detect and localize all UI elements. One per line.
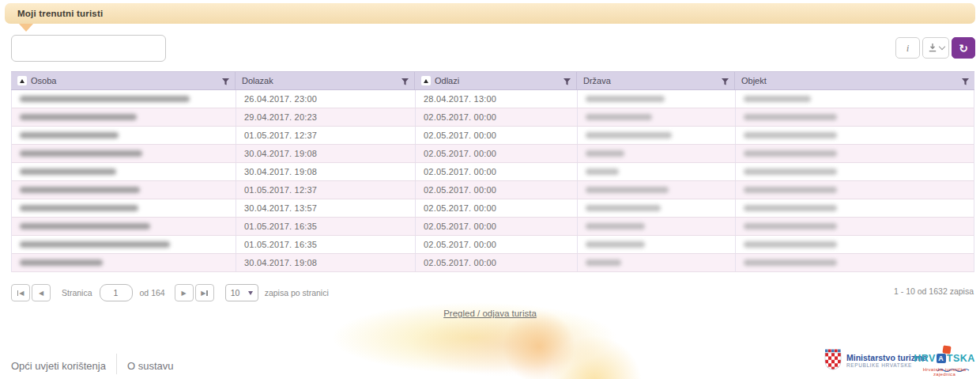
- cell-drzava[interactable]: [578, 181, 736, 199]
- cell-drzava[interactable]: [578, 127, 736, 144]
- column-label: Osoba: [31, 76, 56, 85]
- cell-osoba[interactable]: [12, 218, 236, 235]
- cell-osoba[interactable]: [12, 145, 236, 162]
- last-page-icon: ▶: [201, 290, 205, 297]
- cell-drzava[interactable]: [578, 163, 736, 180]
- column-header-odlazi[interactable]: Odlazi: [415, 72, 577, 89]
- cell-objekt[interactable]: [736, 236, 974, 253]
- first-page-button[interactable]: ◀: [11, 284, 30, 301]
- redacted-country: [586, 132, 672, 138]
- cell-osoba[interactable]: [12, 108, 236, 126]
- cell-drzava[interactable]: [578, 236, 736, 253]
- decorative-circle: [547, 335, 642, 379]
- table-row: 30.04.2017. 19:08 02.05.2017. 00:00: [12, 163, 974, 181]
- cell-objekt[interactable]: [736, 218, 974, 235]
- bar-icon: [206, 290, 208, 296]
- cell-dolazak: 30.04.2017. 19:08: [236, 145, 416, 162]
- cell-osoba[interactable]: [12, 181, 236, 199]
- page-size-value: 10: [231, 288, 240, 298]
- next-page-button[interactable]: ▶: [175, 284, 194, 301]
- column-header-osoba[interactable]: Osoba: [11, 72, 236, 89]
- redacted-person: [20, 223, 150, 229]
- redacted-person: [20, 205, 138, 211]
- cell-objekt[interactable]: [736, 181, 974, 199]
- checkout-tourists-link[interactable]: Pregled / odjava turista: [443, 309, 537, 318]
- cell-osoba[interactable]: [12, 90, 236, 108]
- cell-dolazak: 30.04.2017. 19:08: [236, 163, 416, 180]
- redacted-object: [744, 187, 837, 193]
- redacted-object: [744, 150, 837, 157]
- cell-dolazak: 01.05.2017. 16:35: [236, 236, 416, 253]
- cell-objekt[interactable]: [736, 163, 974, 180]
- download-icon: [928, 41, 937, 55]
- ministry-logo: Ministarstvo turizma REPUBLIKE HRVATSKE: [824, 349, 927, 373]
- cell-dolazak: 30.04.2017. 13:57: [236, 199, 416, 217]
- filter-icon[interactable]: [563, 78, 571, 88]
- records-info: 1 - 10 od 1632 zapisa: [894, 286, 974, 296]
- column-label: Dolazak: [242, 76, 273, 85]
- cell-osoba[interactable]: [12, 236, 236, 253]
- column-header-dolazak[interactable]: Dolazak: [236, 72, 415, 89]
- cell-odlazi: 28.04.2017. 13:00: [416, 90, 578, 108]
- filter-icon[interactable]: [961, 78, 970, 88]
- sort-asc-icon: [421, 76, 431, 85]
- cell-objekt[interactable]: [736, 90, 974, 108]
- active-tab-title[interactable]: Moji trenutni turisti: [17, 3, 103, 24]
- cell-osoba[interactable]: [12, 127, 236, 144]
- cell-odlazi: 02.05.2017. 00:00: [416, 236, 578, 253]
- decorative-circle: [503, 310, 575, 379]
- page-size-select[interactable]: 10: [225, 284, 258, 301]
- filter-icon[interactable]: [221, 78, 230, 88]
- tab-pointer: [19, 24, 33, 32]
- cell-drzava[interactable]: [578, 218, 736, 235]
- redacted-object: [744, 241, 837, 248]
- cell-objekt[interactable]: [736, 199, 974, 217]
- cell-odlazi: 02.05.2017. 00:00: [416, 145, 578, 162]
- cell-odlazi: 02.05.2017. 00:00: [416, 108, 578, 126]
- action-link-wrap: Pregled / odjava turista: [0, 305, 980, 320]
- about-link[interactable]: O sustavu: [127, 360, 174, 372]
- filter-icon[interactable]: [401, 78, 409, 88]
- cell-objekt[interactable]: [736, 127, 974, 144]
- cell-drzava[interactable]: [578, 108, 736, 126]
- column-header-drzava[interactable]: Država: [577, 72, 735, 89]
- cell-objekt[interactable]: [736, 254, 974, 271]
- previous-page-button[interactable]: ◀: [32, 284, 51, 301]
- cell-drzava[interactable]: [578, 199, 736, 217]
- page-number-input[interactable]: [100, 284, 133, 301]
- cell-dolazak: 26.04.2017. 23:00: [236, 90, 416, 108]
- table-row: 01.05.2017. 16:35 02.05.2017. 00:00: [12, 236, 974, 254]
- cell-osoba[interactable]: [12, 163, 236, 180]
- search-input[interactable]: [11, 35, 166, 62]
- filter-icon[interactable]: [721, 78, 729, 88]
- redacted-country: [586, 241, 645, 248]
- redacted-person: [20, 132, 119, 138]
- select-caret-icon: [248, 291, 253, 295]
- table-header: Osoba Dolazak Odlazi Država Objekt: [11, 71, 974, 90]
- redacted-object: [744, 96, 811, 102]
- refresh-button[interactable]: ↻: [952, 37, 975, 59]
- cell-drzava[interactable]: [578, 254, 736, 271]
- cell-osoba[interactable]: [12, 199, 236, 217]
- cell-dolazak: 29.04.2017. 20:23: [236, 108, 416, 126]
- export-button[interactable]: [922, 37, 949, 59]
- cell-osoba[interactable]: [12, 254, 236, 271]
- table-row: 01.05.2017. 16:35 02.05.2017. 00:00: [12, 218, 974, 236]
- cell-drzava[interactable]: [578, 145, 736, 162]
- terms-link[interactable]: Opći uvjeti korištenja: [11, 360, 106, 372]
- table-body: 26.04.2017. 23:00 28.04.2017. 13:00 29.0…: [11, 90, 974, 272]
- cell-dolazak: 01.05.2017. 12:37: [236, 127, 416, 144]
- footer-links: Opći uvjeti korištenja O sustavu: [11, 355, 173, 376]
- column-label: Država: [583, 76, 611, 85]
- redacted-person: [20, 114, 137, 120]
- cell-objekt[interactable]: [736, 145, 974, 162]
- info-button[interactable]: i: [895, 37, 920, 59]
- croatian-coat-of-arms-icon: [824, 349, 842, 373]
- redacted-person: [20, 260, 103, 266]
- column-header-objekt[interactable]: Objekt: [735, 72, 974, 89]
- redacted-person: [20, 150, 142, 157]
- last-page-button[interactable]: ▶: [195, 284, 214, 301]
- redacted-country: [586, 96, 665, 102]
- cell-drzava[interactable]: [578, 90, 736, 108]
- cell-objekt[interactable]: [736, 108, 974, 126]
